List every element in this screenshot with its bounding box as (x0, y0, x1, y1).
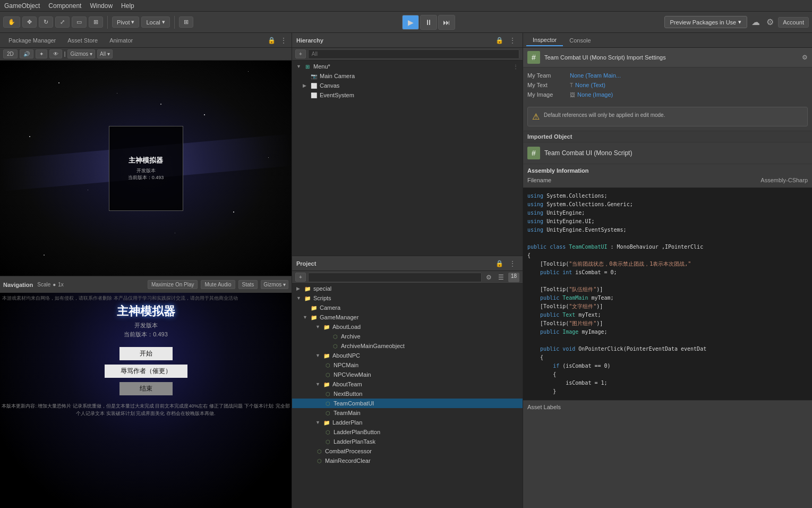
hand-tool-button[interactable]: ✋ (3, 16, 20, 28)
mrc-label: MainRecordClear (325, 458, 371, 464)
grid-button[interactable]: ⊞ (179, 16, 193, 28)
scale-tool-button[interactable]: ⤢ (55, 16, 70, 28)
menu-gameobject[interactable]: GameObject (4, 2, 40, 10)
tree-item-canvas[interactable]: ▶ ⬜ Canvas (292, 81, 523, 90)
lp-arrow: ▼ (315, 420, 321, 425)
inspector-settings-icon[interactable]: ⚙ (802, 54, 808, 61)
mute-audio-button[interactable]: Mute Audio (201, 280, 235, 289)
cloud-icon[interactable]: ☁ (749, 15, 762, 29)
my-team-value[interactable]: None (Team Main... (570, 72, 808, 79)
play-button[interactable]: ▶ (402, 15, 419, 30)
audio-button[interactable]: 🔊 (20, 49, 33, 58)
project-sort-button[interactable]: ⚙ (484, 273, 494, 282)
rotate-tool-button[interactable]: ↻ (39, 16, 53, 28)
tree-item-ladderbtn[interactable]: ⬡ LadderPlanButton (292, 427, 523, 437)
tab-package-manager[interactable]: Package Manager (3, 35, 61, 46)
scene-toolbar-separator: | (64, 51, 66, 57)
gizmos-nav-dropdown[interactable]: Gizmos ▾ (261, 280, 288, 289)
tree-item-menu[interactable]: ▼ ⊞ Menu* ⋮ (292, 62, 523, 71)
2d-button[interactable]: 2D (3, 49, 18, 58)
tab-animator[interactable]: Animator (104, 35, 138, 46)
tree-item-npcmain[interactable]: ⬡ NPCMain (292, 360, 523, 370)
tree-item-aboutload[interactable]: ▼ 📁 AboutLoad (292, 322, 523, 332)
all-dropdown[interactable]: All ▾ (97, 49, 113, 58)
camera-folder-icon: 📁 (310, 304, 318, 311)
tree-item-archivemain[interactable]: ⬡ ArchiveMainGameobject (292, 341, 523, 351)
tree-item-aboutnpc[interactable]: ▼ 📁 AboutNPC (292, 351, 523, 360)
tree-item-eventsystem[interactable]: ⬜ EventSystem (292, 90, 523, 100)
hierarchy-options-button[interactable]: ⋮ (507, 35, 518, 46)
account-button[interactable]: Account (778, 17, 809, 28)
tab-console[interactable]: Console (563, 35, 597, 46)
assembly-section: Assembly Information Filename Assembly-C… (523, 164, 812, 188)
game-start-button[interactable]: 开始 (119, 347, 173, 360)
tree-item-archive[interactable]: ⬡ Archive (292, 332, 523, 341)
tree-item-laddertask[interactable]: ⬡ LadderPlanTask (292, 437, 523, 446)
gizmos-dropdown[interactable]: Gizmos ▾ (67, 49, 95, 58)
field-my-text: My Text T None (Text) (523, 80, 812, 90)
hidden-button[interactable]: 👁 (49, 49, 62, 58)
tcu-label: TeamCombatUI (334, 400, 374, 407)
project-panel: Project 🔒 ⋮ + ⚙ ☰ 18 ▶ 📁 (292, 256, 523, 508)
tree-item-combatprocessor[interactable]: ⬡ CombatProcessor (292, 446, 523, 456)
anpc-label: AboutNPC (332, 352, 360, 359)
menu-component[interactable]: Component (48, 2, 81, 10)
navigation-label: Navigation (3, 282, 33, 288)
tree-item-gamemanager[interactable]: ▼ 📁 GameManager (292, 312, 523, 322)
tree-item-main-camera[interactable]: 📷 Main Camera (292, 71, 523, 81)
menu-help[interactable]: Help (121, 2, 134, 10)
code-line-open: { (527, 251, 808, 260)
assembly-filename-row: Filename Assembly-CSharp (527, 176, 808, 184)
pivot-button[interactable]: Pivot ▾ (112, 16, 139, 28)
move-tool-button[interactable]: ✥ (22, 16, 37, 28)
scale-dot: ● (53, 282, 56, 287)
project-search-input[interactable] (308, 273, 482, 282)
game-scold-button[interactable]: 辱骂作者（催更） (105, 365, 187, 378)
effects-button[interactable]: ✦ (36, 49, 47, 58)
preview-packages-button[interactable]: Preview Packages in Use ▾ (664, 16, 748, 28)
game-view: 本游戏素材均来自网络，如有侵权，请联系作者删除 本产品仅用于学习和实践探讨交流，… (0, 293, 292, 508)
main-layout: Package Manager Asset Store Animator 🔒 ⋮… (0, 33, 812, 508)
maximize-on-play-button[interactable]: Maximize On Play (148, 280, 198, 289)
anpc-folder-icon: 📁 (323, 352, 330, 359)
warning-text: Default references will only be applied … (544, 112, 665, 119)
code-line-tooltip4: [Tooltip("图片组件")] (527, 319, 808, 328)
tree-item-mainrecordclear[interactable]: ⬡ MainRecordClear (292, 456, 523, 465)
project-options-button[interactable]: ⋮ (507, 258, 518, 269)
my-image-value[interactable]: 🖼 None (Image) (570, 91, 808, 98)
project-filter-button[interactable]: ☰ (496, 273, 506, 282)
project-add-button[interactable]: + (295, 273, 306, 282)
tree-item-special[interactable]: ▶ 📁 special (292, 284, 523, 293)
tree-item-aboutteam[interactable]: ▼ 📁 AboutTeam (292, 379, 523, 389)
tree-item-ladderplan[interactable]: ▼ 📁 LadderPlan (292, 418, 523, 427)
pause-button[interactable]: ⏸ (420, 15, 437, 30)
menu-window[interactable]: Window (90, 2, 113, 10)
my-text-value[interactable]: T None (Text) (570, 82, 808, 88)
transform-tool-button[interactable]: ⊞ (89, 16, 103, 28)
hierarchy-add-button[interactable]: + (295, 49, 306, 58)
tab-lock-button[interactable]: 🔒 (267, 35, 277, 46)
menu-options[interactable]: ⋮ (513, 64, 518, 70)
local-button[interactable]: Local ▾ (141, 16, 169, 28)
tree-item-teamcombatui[interactable]: ⬡ TeamCombatUI (292, 399, 523, 408)
hierarchy-lock-button[interactable]: 🔒 (494, 35, 505, 46)
code-line-method: public void OnPointerClick(PointerEventD… (527, 345, 808, 353)
project-lock-button[interactable]: 🔒 (494, 259, 505, 268)
tree-item-scripts[interactable]: ▼ 📁 Scripts (292, 293, 523, 303)
tree-item-npcviewmain[interactable]: ⬡ NPCViewMain (292, 370, 523, 379)
lp-folder-icon: 📁 (323, 419, 330, 426)
step-button[interactable]: ⏭ (438, 15, 455, 30)
hierarchy-search-input[interactable] (308, 49, 519, 59)
rect-tool-button[interactable]: ▭ (72, 16, 87, 28)
stats-button[interactable]: Stats (238, 280, 258, 289)
tree-item-teammain[interactable]: ⬡ TeamMain (292, 408, 523, 418)
tree-item-nextbutton[interactable]: ⬡ NextButton (292, 389, 523, 399)
al-label: AboutLoad (332, 324, 361, 330)
tab-inspector[interactable]: Inspector (526, 35, 563, 46)
tab-options-button[interactable]: ⋮ (279, 35, 288, 46)
tree-item-camera-folder[interactable]: 📁 Camera (292, 303, 523, 312)
collab-icon[interactable]: ⚙ (764, 15, 776, 29)
game-end-button[interactable]: 结束 (119, 382, 173, 395)
hierarchy-content: ▼ ⊞ Menu* ⋮ 📷 Main Camera ▶ ⬜ Canvas (292, 61, 523, 256)
tab-asset-store[interactable]: Asset Store (62, 35, 103, 46)
